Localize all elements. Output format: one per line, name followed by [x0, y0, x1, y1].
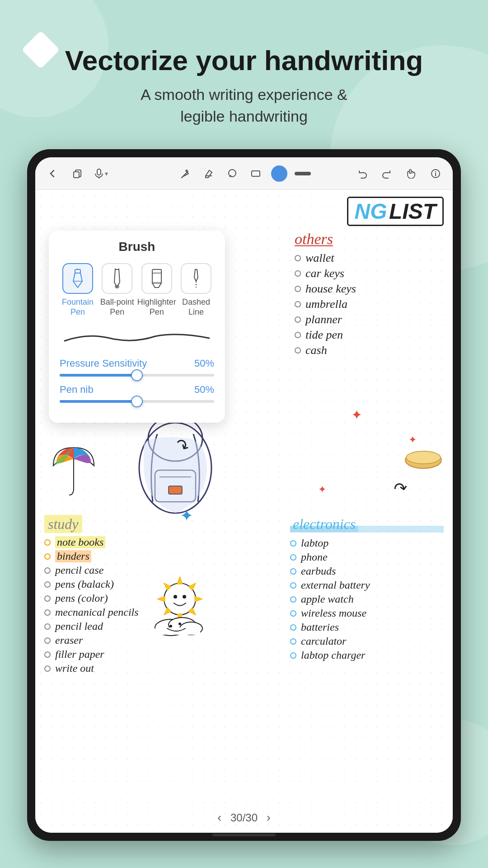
nib-label: Pen nib: [60, 384, 94, 396]
home-bar: [212, 834, 276, 836]
ballpoint-pen-label: Ball-pointPen: [100, 297, 134, 317]
list-item: carculator: [290, 635, 444, 647]
bullet: [44, 581, 51, 588]
list-item: earbuds: [290, 565, 444, 577]
svg-rect-5: [252, 171, 260, 176]
brush-popup: Brush FountainPen: [49, 231, 225, 423]
umbrella-doodle: [49, 439, 99, 499]
svg-rect-34: [75, 269, 80, 273]
list-item: binders: [44, 550, 180, 562]
bullet: [295, 255, 301, 261]
bullet: [290, 568, 296, 575]
list-item: external battery: [290, 579, 444, 591]
list-item: tide pen: [295, 328, 439, 342]
tablet-screen: ▾: [35, 157, 453, 833]
eraser-button[interactable]: [201, 165, 217, 182]
hand-button[interactable]: [403, 165, 419, 182]
bullet: [44, 637, 51, 644]
highlighter-pen-tool[interactable]: HighlighterPen: [139, 263, 175, 317]
svg-point-33: [178, 623, 181, 625]
bullet: [44, 539, 51, 546]
svg-rect-1: [97, 169, 101, 175]
stroke-width-selector[interactable]: [295, 172, 311, 175]
bread-doodle: [403, 448, 444, 472]
svg-rect-0: [74, 172, 79, 178]
header: Vectorize your handwriting A smooth writ…: [0, 27, 488, 127]
list-item: car keys: [295, 267, 439, 280]
bullet: [290, 582, 296, 589]
electronics-title: electronics: [290, 515, 444, 533]
bullet: [44, 553, 51, 560]
header-ng: NG: [355, 199, 387, 223]
shape-button[interactable]: [248, 165, 264, 182]
fountain-pen-icon-box: [62, 263, 93, 294]
fountain-pen-tool[interactable]: FountainPen: [60, 263, 96, 317]
list-item: labtop: [290, 537, 444, 549]
redo-button[interactable]: [379, 165, 395, 182]
bullet: [290, 540, 296, 547]
svg-marker-18: [177, 576, 183, 584]
nib-value: 50%: [194, 384, 214, 396]
bullet: [44, 623, 51, 630]
sparkle-doodle-3: ✦: [180, 506, 193, 525]
page-subtitle: A smooth writing experience & legible ha…: [0, 84, 488, 127]
color-selector[interactable]: [271, 165, 287, 182]
bullet: [295, 316, 301, 323]
highlighter-pen-icon-box: [141, 263, 172, 294]
list-item: note books: [44, 536, 180, 548]
info-button[interactable]: [427, 165, 444, 182]
svg-point-16: [406, 451, 441, 464]
bullet: [295, 286, 301, 292]
prev-page-button[interactable]: ‹: [217, 811, 221, 825]
pressure-value: 50%: [194, 358, 214, 369]
sparkle-doodle-2: ✦: [408, 434, 417, 446]
fountain-pen-label: FountainPen: [62, 297, 94, 317]
electronics-section: electronics labtop phone earbuds externa…: [290, 515, 444, 663]
arrow-doodle-2: ↷: [393, 478, 409, 500]
list-item: batteries: [290, 621, 444, 633]
pen-nib-slider: Pen nib 50%: [60, 384, 214, 403]
next-page-button[interactable]: ›: [267, 811, 271, 825]
dashed-line-tool[interactable]: DashedLine: [178, 263, 214, 317]
pressure-track[interactable]: [60, 374, 214, 377]
page-navigation: ‹ 30/30 ›: [217, 811, 270, 825]
nib-thumb[interactable]: [131, 396, 143, 407]
brush-title: Brush: [60, 240, 214, 254]
page-indicator: 30/30: [230, 811, 258, 824]
bullet: [44, 609, 51, 616]
pressure-fill: [60, 374, 137, 377]
ballpoint-pen-tool[interactable]: Ball-pointPen: [99, 263, 135, 317]
copy-button[interactable]: [69, 165, 85, 182]
bullet: [295, 301, 301, 307]
list-item: phone: [290, 551, 444, 563]
bullet: [295, 270, 301, 277]
svg-marker-24: [157, 596, 165, 602]
bullet: [290, 652, 296, 659]
list-item: write out: [44, 662, 180, 675]
mic-button[interactable]: ▾: [93, 165, 109, 182]
pressure-thumb[interactable]: [131, 369, 143, 381]
bullet: [44, 665, 51, 672]
bullet: [44, 651, 51, 658]
ballpoint-pen-icon-box: [102, 263, 132, 294]
toolbar: ▾: [35, 157, 453, 190]
svg-point-26: [174, 595, 177, 599]
bubble-button[interactable]: [224, 165, 240, 182]
undo-button[interactable]: [354, 165, 371, 182]
list-item: cash: [295, 344, 439, 357]
bullet: [290, 624, 296, 631]
brush-tools-row: FountainPen Ball-pointPen: [60, 263, 214, 317]
svg-rect-13: [169, 486, 182, 494]
pen-tool-button[interactable]: [177, 165, 193, 182]
list-item: filler paper: [44, 648, 180, 660]
bullet: [44, 595, 51, 602]
pressure-label: Pressure Sensitivity: [60, 358, 147, 369]
tablet-device: ▾: [27, 149, 461, 841]
nib-track[interactable]: [60, 400, 214, 403]
sparkle-doodle-1: ✦: [351, 407, 362, 423]
bullet: [290, 596, 296, 603]
list-item: wallet: [295, 251, 439, 265]
back-button[interactable]: [44, 165, 61, 182]
svg-point-27: [183, 595, 186, 599]
list-item: wireless mouse: [290, 607, 444, 619]
